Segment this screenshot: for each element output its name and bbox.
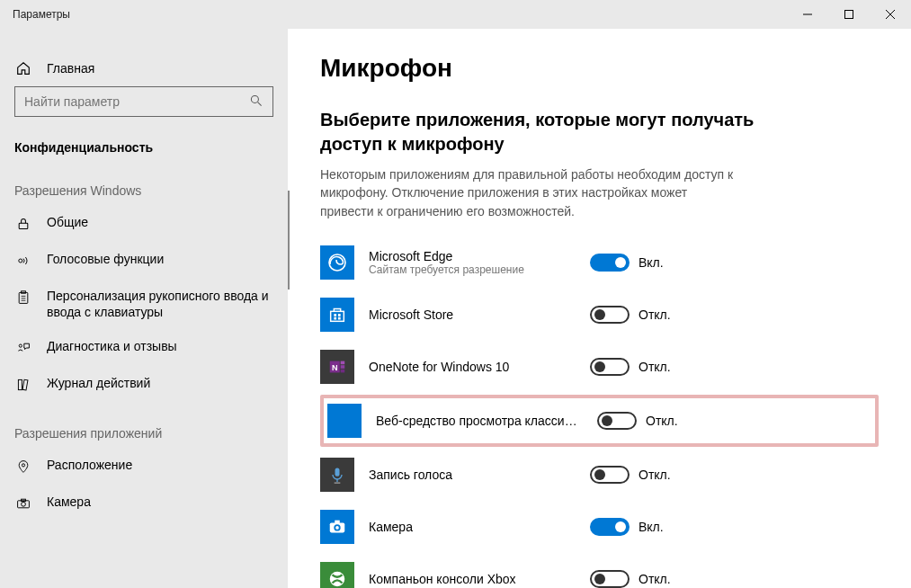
- nav-voice[interactable]: Голосовые функции: [0, 242, 288, 279]
- store-app-icon: [320, 298, 354, 332]
- app-text: Камера: [369, 520, 576, 534]
- toggle-switch[interactable]: [597, 412, 637, 430]
- svg-rect-29: [341, 365, 345, 369]
- nav-general[interactable]: Общие: [0, 205, 288, 242]
- app-row: Microsoft StoreОткл.: [320, 289, 879, 341]
- nav-label: Камера: [47, 494, 273, 510]
- app-name: Microsoft Edge: [369, 249, 576, 263]
- sidebar: Главная Конфиденциальность Разрешения Wi…: [0, 29, 288, 588]
- svg-rect-23: [338, 314, 341, 316]
- app-text: Запись голоса: [369, 468, 576, 482]
- svg-rect-1: [845, 11, 853, 19]
- svg-text:N: N: [332, 363, 338, 372]
- maximize-button[interactable]: [828, 0, 870, 29]
- feedback-icon: [14, 339, 32, 357]
- sidebar-home-label: Главная: [47, 61, 94, 76]
- search-input[interactable]: [24, 94, 249, 109]
- toggle-label: Вкл.: [639, 255, 664, 270]
- nav-location[interactable]: Расположение: [0, 448, 288, 485]
- nav-inking[interactable]: Персонализация рукописного ввода и ввода…: [0, 279, 288, 329]
- svg-rect-8: [19, 292, 28, 303]
- toggle-knob: [594, 309, 605, 320]
- close-icon: [886, 10, 895, 19]
- toggle-switch[interactable]: [590, 254, 630, 272]
- toggle-switch[interactable]: [590, 306, 630, 324]
- search-icon: [249, 94, 263, 111]
- nav-label: Общие: [47, 214, 273, 230]
- app-list: Microsoft EdgeСайтам требуется разрешени…: [320, 236, 879, 588]
- app-row: Запись голосаОткл.: [320, 449, 879, 501]
- svg-rect-21: [331, 311, 344, 321]
- app-text: Компаньон консоли Xbox: [369, 572, 576, 586]
- sidebar-group-windows: Разрешения Windows: [0, 160, 288, 205]
- close-button[interactable]: [870, 0, 911, 29]
- window-title: Параметры: [13, 8, 70, 21]
- section-heading: Выберите приложения, которые могут получ…: [320, 108, 788, 156]
- history-icon: [14, 376, 32, 394]
- toggle-wrap: Откл.: [590, 570, 671, 588]
- toggle-knob: [594, 361, 605, 372]
- content: Главная Конфиденциальность Разрешения Wi…: [0, 29, 911, 588]
- nav-activity[interactable]: Журнал действий: [0, 366, 288, 403]
- toggle-knob: [594, 469, 605, 480]
- app-name: OneNote for Windows 10: [369, 360, 576, 374]
- scroll-indicator: [288, 191, 290, 290]
- search-wrap: [0, 86, 288, 124]
- svg-rect-33: [335, 482, 341, 484]
- app-text: Microsoft EdgeСайтам требуется разрешени…: [369, 249, 576, 276]
- sidebar-group-apps: Разрешения приложений: [0, 403, 288, 448]
- app-name: Веб-средство просмотра классиче...: [376, 414, 583, 428]
- nav-diagnostics[interactable]: Диагностика и отзывы: [0, 329, 288, 366]
- toggle-label: Откл.: [639, 572, 671, 586]
- svg-rect-6: [19, 223, 28, 228]
- toggle-switch[interactable]: [590, 358, 630, 376]
- nav-camera[interactable]: Камера: [0, 485, 288, 521]
- toggle-switch[interactable]: [590, 466, 630, 484]
- svg-rect-31: [335, 468, 340, 476]
- maximize-icon: [844, 10, 853, 19]
- app-row: Веб-средство просмотра классиче...Откл.: [320, 395, 879, 447]
- toggle-knob: [602, 415, 612, 426]
- toggle-label: Откл.: [646, 414, 678, 428]
- toggle-wrap: Откл.: [590, 466, 671, 484]
- svg-point-18: [22, 503, 26, 507]
- minimize-button[interactable]: [787, 0, 828, 29]
- app-row: Компаньон консоли XboxОткл.: [320, 553, 879, 588]
- blank-app-icon: [327, 404, 362, 438]
- toggle-switch[interactable]: [590, 518, 630, 536]
- toggle-switch[interactable]: [590, 570, 630, 588]
- window-controls: [787, 0, 911, 29]
- svg-point-16: [22, 464, 24, 467]
- app-row: NOneNote for Windows 10Откл.: [320, 341, 879, 393]
- search-box[interactable]: [14, 86, 273, 117]
- toggle-label: Откл.: [639, 360, 671, 374]
- app-name: Компаньон консоли Xbox: [369, 572, 576, 586]
- nav-label: Голосовые функции: [47, 251, 273, 267]
- toggle-knob: [615, 257, 626, 268]
- lock-icon: [14, 215, 32, 233]
- app-subtext: Сайтам требуется разрешение: [369, 263, 576, 276]
- svg-rect-22: [334, 314, 336, 316]
- toggle-wrap: Откл.: [597, 412, 678, 430]
- app-name: Microsoft Store: [369, 307, 576, 322]
- svg-point-36: [335, 526, 339, 530]
- camera-app-icon: [320, 510, 354, 544]
- app-name: Камера: [369, 520, 576, 534]
- nav-label: Журнал действий: [47, 375, 273, 391]
- toggle-label: Откл.: [639, 307, 671, 322]
- svg-point-13: [19, 344, 22, 347]
- svg-rect-30: [341, 370, 345, 373]
- svg-line-5: [258, 102, 262, 105]
- svg-point-4: [251, 95, 258, 102]
- edge-app-icon: [320, 245, 354, 280]
- sidebar-home[interactable]: Главная: [0, 50, 288, 86]
- toggle-wrap: Вкл.: [590, 518, 664, 536]
- minimize-icon: [803, 10, 812, 19]
- clipboard-icon: [14, 289, 32, 307]
- svg-rect-28: [341, 361, 345, 364]
- toggle-label: Вкл.: [639, 520, 664, 534]
- camera-icon: [14, 494, 32, 512]
- titlebar: Параметры: [0, 0, 911, 29]
- xbox-app-icon: [320, 562, 354, 588]
- location-icon: [14, 458, 32, 476]
